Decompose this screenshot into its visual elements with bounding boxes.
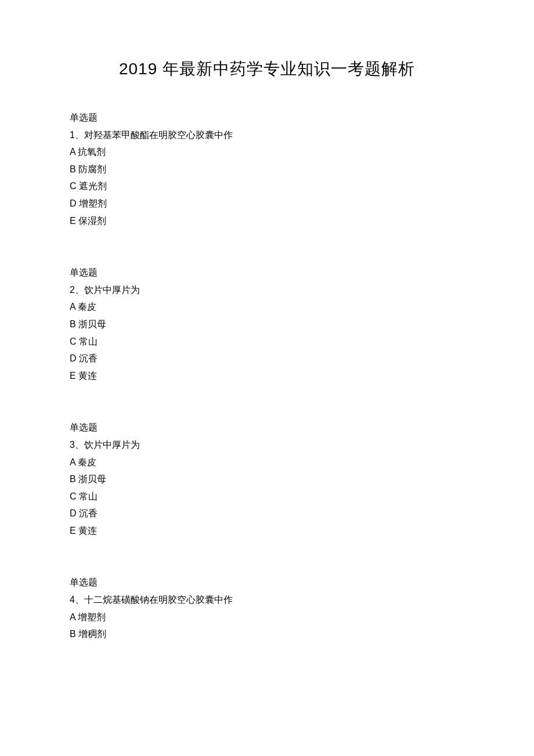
option-d: D 增塑剂: [70, 195, 464, 212]
question-type: 单选题: [70, 419, 464, 436]
question-type: 单选题: [70, 264, 464, 281]
document-title: 2019 年最新中药学专业知识一考题解析: [70, 58, 464, 80]
option-b: B 增稠剂: [70, 625, 464, 643]
question-block-3: 单选题 3、饮片中厚片为 A 秦皮 B 浙贝母 C 常山 D 沉香 E 黄连: [70, 419, 464, 539]
question-stem: 1、对羟基苯甲酸酯在明胶空心胶囊中作: [70, 126, 464, 144]
option-b: B 防腐剂: [70, 161, 464, 178]
option-e: E 保湿剂: [70, 212, 464, 230]
question-block-4: 单选题 4、十二烷基磺酸钠在明胶空心胶囊中作 A 增塑剂 B 增稠剂: [70, 574, 464, 642]
option-b: B 浙贝母: [70, 316, 464, 333]
option-c: C 常山: [70, 488, 464, 505]
option-a: A 秦皮: [70, 454, 464, 471]
option-a: A 抗氧剂: [70, 143, 464, 161]
option-e: E 黄连: [70, 522, 464, 540]
question-stem: 4、十二烷基磺酸钠在明胶空心胶囊中作: [70, 591, 464, 609]
question-type: 单选题: [70, 574, 464, 591]
option-e: E 黄连: [70, 367, 464, 385]
option-a: A 秦皮: [70, 298, 464, 316]
option-c: C 常山: [70, 333, 464, 350]
question-stem: 3、饮片中厚片为: [70, 436, 464, 454]
question-block-2: 单选题 2、饮片中厚片为 A 秦皮 B 浙贝母 C 常山 D 沉香 E 黄连: [70, 264, 464, 384]
option-d: D 沉香: [70, 505, 464, 522]
option-c: C 遮光剂: [70, 178, 464, 195]
question-type: 单选题: [70, 109, 464, 126]
option-b: B 浙贝母: [70, 471, 464, 488]
question-block-1: 单选题 1、对羟基苯甲酸酯在明胶空心胶囊中作 A 抗氧剂 B 防腐剂 C 遮光剂…: [70, 109, 464, 229]
option-d: D 沉香: [70, 350, 464, 367]
option-a: A 增塑剂: [70, 609, 464, 626]
question-stem: 2、饮片中厚片为: [70, 281, 464, 299]
